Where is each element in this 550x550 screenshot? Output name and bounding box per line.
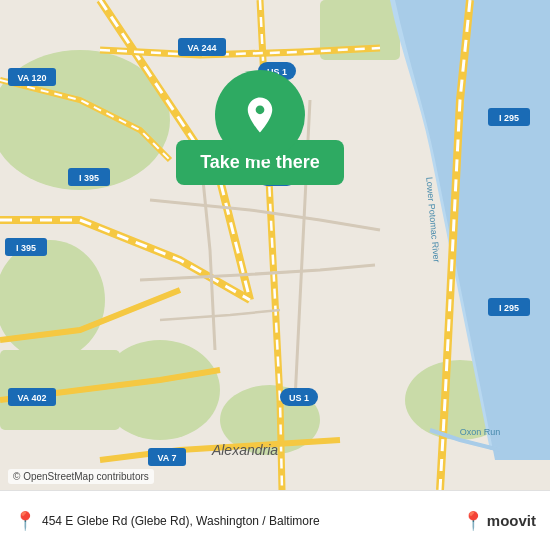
svg-text:I 395: I 395	[79, 173, 99, 183]
moovit-text: moovit	[487, 512, 536, 529]
moovit-logo: 📍 moovit	[462, 510, 536, 532]
svg-text:Oxon Run: Oxon Run	[460, 427, 501, 437]
svg-text:VA 7: VA 7	[157, 453, 176, 463]
svg-text:VA 402: VA 402	[17, 393, 46, 403]
svg-text:I 395: I 395	[16, 243, 36, 253]
map-popup[interactable]: Take me there	[155, 70, 365, 185]
svg-text:I 295: I 295	[499, 303, 519, 313]
svg-text:Alexandria: Alexandria	[211, 442, 278, 458]
copyright-text: © OpenStreetMap contributors	[8, 469, 154, 484]
address-container: 📍 454 E Glebe Rd (Glebe Rd), Washington …	[14, 510, 320, 532]
map-container: VA 120 VA 244 US 1 I 395 I 395 US 1 I 29…	[0, 0, 550, 490]
popup-pin-circle	[215, 70, 305, 160]
location-pin-icon: 📍	[14, 510, 36, 532]
svg-text:VA 120: VA 120	[17, 73, 46, 83]
svg-text:I 295: I 295	[499, 113, 519, 123]
address-text: 454 E Glebe Rd (Glebe Rd), Washington / …	[42, 514, 320, 528]
moovit-pin-icon: 📍	[462, 510, 484, 532]
svg-text:VA 244: VA 244	[187, 43, 216, 53]
info-bar: 📍 454 E Glebe Rd (Glebe Rd), Washington …	[0, 490, 550, 550]
svg-text:US 1: US 1	[289, 393, 309, 403]
svg-point-3	[0, 240, 105, 360]
